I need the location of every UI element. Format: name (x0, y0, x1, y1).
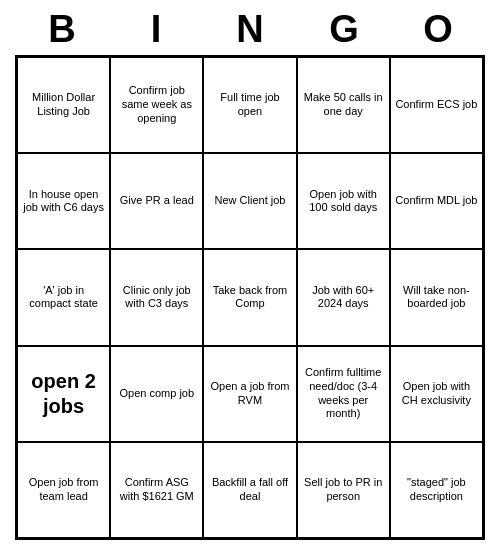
bingo-cell[interactable]: Confirm fulltime need/doc (3-4 weeks per… (297, 346, 390, 442)
bingo-letter: I (113, 8, 199, 51)
bingo-cell[interactable]: Confirm ECS job (390, 57, 483, 153)
bingo-letter: O (395, 8, 481, 51)
bingo-cell[interactable]: Open comp job (110, 346, 203, 442)
bingo-cell[interactable]: New Client job (203, 153, 296, 249)
bingo-cell[interactable]: Job with 60+ 2024 days (297, 249, 390, 345)
bingo-cell[interactable]: Will take non-boarded job (390, 249, 483, 345)
bingo-cell[interactable]: Confirm ASG with $1621 GM (110, 442, 203, 538)
bingo-grid: Million Dollar Listing JobConfirm job sa… (15, 55, 485, 540)
bingo-cell[interactable]: Open job with CH exclusivity (390, 346, 483, 442)
bingo-cell[interactable]: Backfill a fall off deal (203, 442, 296, 538)
bingo-cell[interactable]: Clinic only job with C3 days (110, 249, 203, 345)
bingo-cell[interactable]: Full time job open (203, 57, 296, 153)
bingo-cell[interactable]: open 2 jobs (17, 346, 110, 442)
bingo-letter: N (207, 8, 293, 51)
bingo-cell[interactable]: Sell job to PR in person (297, 442, 390, 538)
bingo-cell[interactable]: Confirm job same week as opening (110, 57, 203, 153)
bingo-cell[interactable]: Take back from Comp (203, 249, 296, 345)
bingo-cell[interactable]: Confirm MDL job (390, 153, 483, 249)
bingo-cell[interactable]: Open a job from RVM (203, 346, 296, 442)
bingo-cell[interactable]: Million Dollar Listing Job (17, 57, 110, 153)
bingo-cell[interactable]: 'A' job in compact state (17, 249, 110, 345)
bingo-cell[interactable]: Make 50 calls in one day (297, 57, 390, 153)
bingo-title-row: BINGO (15, 0, 485, 55)
bingo-cell[interactable]: "staged" job description (390, 442, 483, 538)
bingo-cell[interactable]: Give PR a lead (110, 153, 203, 249)
bingo-cell[interactable]: In house open job with C6 days (17, 153, 110, 249)
bingo-letter: B (19, 8, 105, 51)
bingo-letter: G (301, 8, 387, 51)
bingo-cell[interactable]: Open job with 100 sold days (297, 153, 390, 249)
bingo-cell[interactable]: Open job from team lead (17, 442, 110, 538)
